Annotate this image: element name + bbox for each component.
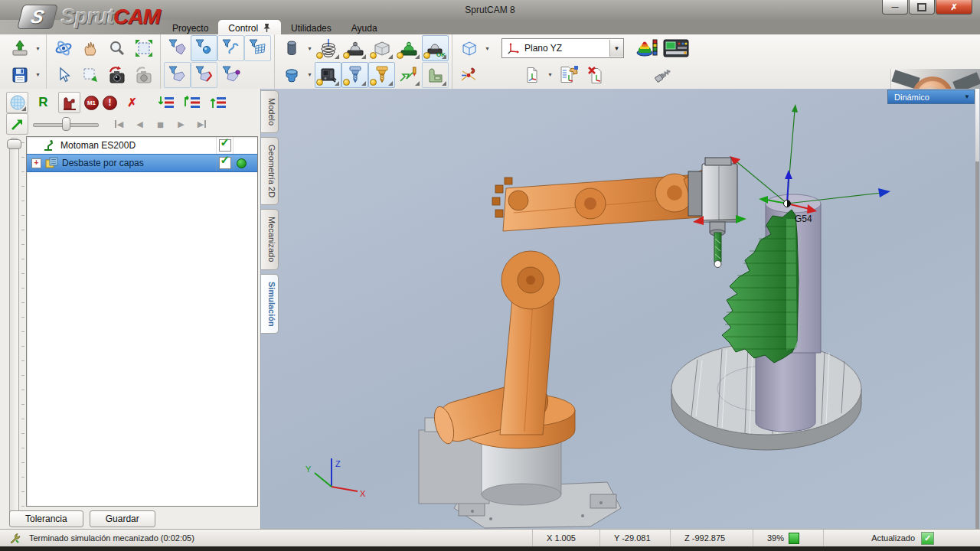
select-box-button[interactable] (77, 62, 103, 88)
zoom-view-button[interactable] (103, 35, 130, 61)
filter-edge-button[interactable] (191, 62, 217, 88)
select-cursor-button[interactable] (50, 62, 77, 88)
expand-toggle[interactable]: + (31, 158, 41, 168)
corner-triangle (388, 54, 393, 59)
tab-modelo[interactable]: Modelo (261, 90, 279, 133)
tree-zoom-slider[interactable] (6, 136, 24, 527)
operations-tree[interactable]: Motoman ES200D ✓ + Desbaste por capas ✓ (26, 136, 258, 507)
cutting-tool (714, 233, 721, 268)
check-icon: ✓ (220, 153, 230, 167)
load-model-caret[interactable]: ▾ (33, 45, 43, 52)
corner-triangle (388, 81, 393, 86)
app-window: SprutCAM 8 — ✗ S SprutCAM Proyecto Contr… (0, 0, 980, 551)
view-mode-dropdown[interactable]: Dinámico ▼ (887, 90, 975, 104)
save-project-caret[interactable]: ▾ (33, 71, 43, 78)
stop-simulation-button[interactable]: ✗ (121, 92, 143, 113)
enabled-cell[interactable]: ✓ (216, 137, 233, 154)
guardar-button[interactable]: Guardar (90, 510, 155, 527)
scrollbar-thumb[interactable] (975, 89, 979, 161)
skip-to-end-button[interactable]: ▶ (192, 116, 211, 133)
csys-new-button[interactable] (518, 62, 545, 88)
step-back-button[interactable]: ◀ (130, 116, 149, 133)
goto-machine-button[interactable] (422, 62, 449, 88)
vslider-thumb[interactable] (7, 139, 21, 149)
menu-utilidades[interactable]: Utilidades (281, 20, 341, 34)
play-button[interactable]: ▶ (172, 116, 191, 133)
plane-selector[interactable]: Plano YZ ▼ (501, 38, 624, 58)
tab-geometria-2d[interactable]: Geometría 2D (261, 137, 279, 205)
stock-box-button[interactable] (368, 35, 395, 61)
m1-stop-badge[interactable]: M1 (84, 96, 99, 110)
filter-solid-button[interactable] (164, 35, 191, 61)
workpiece-cylinder-button[interactable] (278, 35, 305, 61)
load-model-button[interactable] (6, 35, 33, 61)
stop-button[interactable]: ■ (151, 116, 170, 133)
viewport-3d-scene[interactable]: G54 (261, 89, 980, 530)
compare-ok-button[interactable]: OK (422, 35, 449, 61)
step-out-button[interactable] (207, 92, 229, 113)
rotate-view-button[interactable] (50, 35, 77, 61)
plane-selector-dropdown[interactable]: ▼ (609, 40, 623, 57)
menu-control[interactable]: Control (218, 20, 281, 34)
wireframe-part-button[interactable] (315, 35, 341, 61)
csys-edit-button[interactable] (555, 62, 582, 88)
csys-edit-icon (558, 64, 580, 86)
axis-snap-button[interactable] (456, 62, 482, 88)
maximize-button[interactable] (909, 0, 935, 15)
view-cube-button[interactable] (456, 35, 482, 61)
minimize-button[interactable]: — (882, 0, 908, 15)
filter-vertex-button[interactable] (217, 62, 244, 88)
target-part-button[interactable] (341, 35, 368, 61)
machine-red-button[interactable] (58, 92, 80, 113)
fixture-caret[interactable]: ▾ (305, 71, 315, 78)
restart-button[interactable]: R (32, 92, 54, 113)
x-axis-label: X (360, 489, 366, 498)
filter-point-button[interactable] (191, 35, 217, 61)
snapshot-button[interactable] (103, 62, 130, 88)
slider-thumb[interactable] (62, 117, 70, 131)
skip-to-start-button[interactable]: ◀ (109, 116, 129, 133)
x-coordinate: X 1.005 (547, 533, 576, 543)
step-over-button[interactable] (181, 92, 203, 113)
mesh-display-button[interactable] (6, 92, 28, 113)
pan-view-button[interactable] (77, 35, 103, 61)
viewport-3d[interactable]: G54 (260, 89, 980, 530)
simulation-speed-slider[interactable] (33, 116, 99, 132)
warning-stop-badge[interactable]: ! (103, 96, 117, 110)
save-project-button[interactable] (6, 62, 33, 88)
menu-proyecto[interactable]: Proyecto (162, 20, 218, 34)
filter-surface-button[interactable] (244, 35, 271, 61)
tab-simulacion[interactable]: Simulación (261, 274, 279, 334)
step-into-button[interactable] (155, 92, 177, 113)
run-button[interactable] (6, 113, 28, 135)
analysis-button[interactable] (633, 35, 660, 61)
enabled-cell[interactable]: ✓ (216, 155, 233, 171)
menu-ayuda[interactable]: Ayuda (341, 20, 387, 34)
status-tool-icon (9, 532, 21, 544)
caret-down-icon: ▼ (964, 93, 970, 100)
tool-y-arrow (736, 215, 746, 223)
screw-button[interactable] (649, 62, 676, 88)
csys-new-caret[interactable]: ▾ (545, 71, 555, 78)
filter-curve-button[interactable] (217, 35, 244, 61)
toolpath-button[interactable] (395, 62, 422, 88)
control-panel-button[interactable] (660, 35, 692, 61)
tab-mecanizado[interactable]: Mecanizado (261, 209, 279, 269)
tool-holder-button[interactable] (341, 62, 368, 88)
tolerancia-button[interactable]: Tolerancia (9, 510, 83, 527)
tool-orange-button[interactable] (368, 62, 395, 88)
filter-face-button[interactable] (164, 62, 191, 88)
machine-button[interactable] (315, 62, 341, 88)
fixture-part-icon (283, 66, 301, 84)
view-cube-caret[interactable]: ▾ (482, 45, 492, 52)
csys-delete-button[interactable] (582, 62, 609, 88)
zoom-fit-button[interactable] (130, 35, 157, 61)
tree-row-machine[interactable]: Motoman ES200D ✓ (27, 137, 257, 154)
machined-part-button[interactable] (395, 35, 422, 61)
viewport-scrollbar[interactable] (975, 89, 979, 530)
close-button[interactable]: ✗ (936, 0, 972, 15)
fixture-part-button[interactable] (278, 62, 305, 88)
snapshot-disabled-button[interactable] (130, 62, 157, 88)
tree-row-operation[interactable]: + Desbaste por capas ✓ (27, 154, 257, 172)
workpiece-caret[interactable]: ▾ (305, 45, 315, 52)
